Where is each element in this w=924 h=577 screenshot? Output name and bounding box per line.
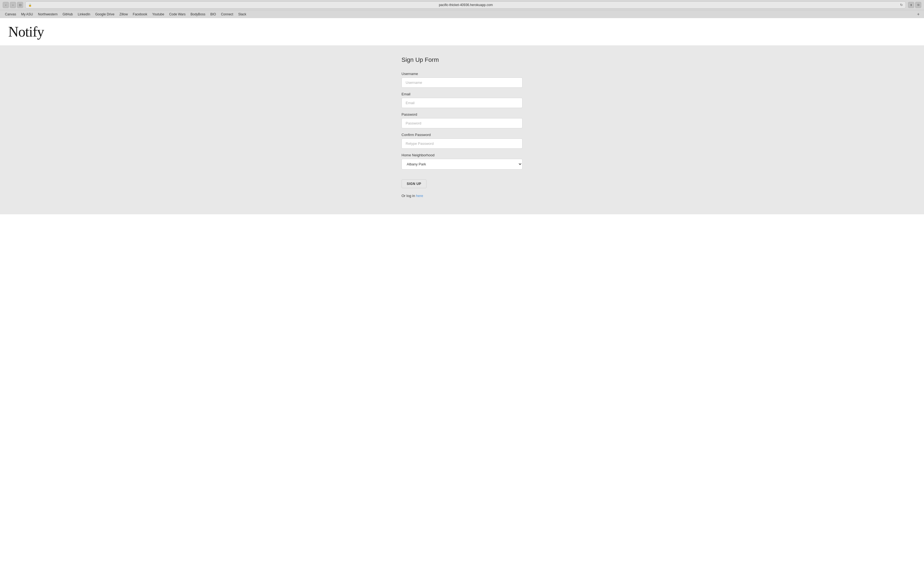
bookmark-connect[interactable]: Connect: [219, 12, 236, 17]
tab-icon: ⊡: [19, 3, 21, 7]
email-input[interactable]: [402, 98, 522, 108]
tab-overview-button[interactable]: ⊡: [17, 2, 23, 8]
bookmark-facebook[interactable]: Facebook: [131, 12, 150, 17]
bookmark-bio[interactable]: BIO: [208, 12, 218, 17]
signup-form: Username Email Password Confirm Password: [402, 72, 522, 198]
email-label: Email: [402, 92, 522, 96]
confirm-password-group: Confirm Password: [402, 133, 522, 149]
bookmark-zillow[interactable]: Zillow: [117, 12, 130, 17]
browser-right-controls: ⬆ ⧉: [908, 2, 921, 8]
bookmark-github[interactable]: GitHub: [60, 12, 75, 17]
share-icon: ⬆: [910, 3, 912, 6]
browser-navigation-controls: ‹ › ⊡: [3, 2, 23, 8]
form-title: Sign Up Form: [402, 56, 522, 63]
neighborhood-select[interactable]: Albany Park Andersonville Bridgeport Buc…: [402, 159, 522, 169]
forward-icon: ›: [12, 3, 13, 6]
bookmark-linkedin[interactable]: LinkedIn: [76, 12, 92, 17]
neighborhood-label: Home Neighborhood: [402, 153, 522, 157]
bookmark-add-button[interactable]: +: [916, 12, 921, 17]
signup-button[interactable]: SIGN UP: [402, 179, 426, 188]
password-input[interactable]: [402, 118, 522, 128]
bookmark-slack[interactable]: Slack: [236, 12, 248, 17]
login-link-container: Or log in here: [402, 194, 522, 198]
app-title: Notify: [8, 24, 916, 40]
browser-chrome: ‹ › ⊡ 🔒 pacific-thicket-40936.herokuapp.…: [0, 0, 924, 18]
lock-icon: 🔒: [28, 3, 32, 6]
bookmark-northwestern[interactable]: Northwestern: [36, 12, 60, 17]
neighborhood-group: Home Neighborhood Albany Park Andersonvi…: [402, 153, 522, 169]
app-header: Notify: [0, 18, 924, 45]
bookmark-codewars[interactable]: Code Wars: [167, 12, 188, 17]
address-bar[interactable]: 🔒 pacific-thicket-40936.herokuapp.com ↻: [25, 2, 906, 8]
password-group: Password: [402, 112, 522, 128]
back-icon: ‹: [5, 3, 6, 6]
username-group: Username: [402, 72, 522, 88]
login-text: Or log in: [402, 194, 416, 198]
forward-button[interactable]: ›: [10, 2, 16, 8]
username-input[interactable]: [402, 77, 522, 88]
window-button[interactable]: ⧉: [915, 2, 921, 8]
url-text: pacific-thicket-40936.herokuapp.com: [33, 3, 898, 7]
refresh-button[interactable]: ↻: [900, 3, 903, 7]
share-button[interactable]: ⬆: [908, 2, 914, 8]
bookmark-youtube[interactable]: Youtube: [150, 12, 166, 17]
bookmark-bodyboss[interactable]: BodyBoss: [188, 12, 208, 17]
bookmark-myasu[interactable]: My ASU: [19, 12, 35, 17]
login-link[interactable]: here: [416, 194, 423, 198]
bookmarks-bar: Canvas My ASU Northwestern GitHub Linked…: [0, 10, 924, 18]
password-label: Password: [402, 112, 522, 116]
window-icon: ⧉: [918, 3, 919, 6]
page-content: Notify Sign Up Form Username Email Passw…: [0, 18, 924, 577]
form-container: Sign Up Form Username Email Password: [396, 56, 528, 198]
username-label: Username: [402, 72, 522, 76]
browser-titlebar: ‹ › ⊡ 🔒 pacific-thicket-40936.herokuapp.…: [0, 0, 924, 10]
confirm-password-input[interactable]: [402, 139, 522, 149]
form-section: Sign Up Form Username Email Password: [0, 45, 924, 214]
bookmark-googledrive[interactable]: Google Drive: [93, 12, 116, 17]
email-group: Email: [402, 92, 522, 108]
confirm-password-label: Confirm Password: [402, 133, 522, 137]
back-button[interactable]: ‹: [3, 2, 9, 8]
bookmark-canvas[interactable]: Canvas: [3, 12, 18, 17]
